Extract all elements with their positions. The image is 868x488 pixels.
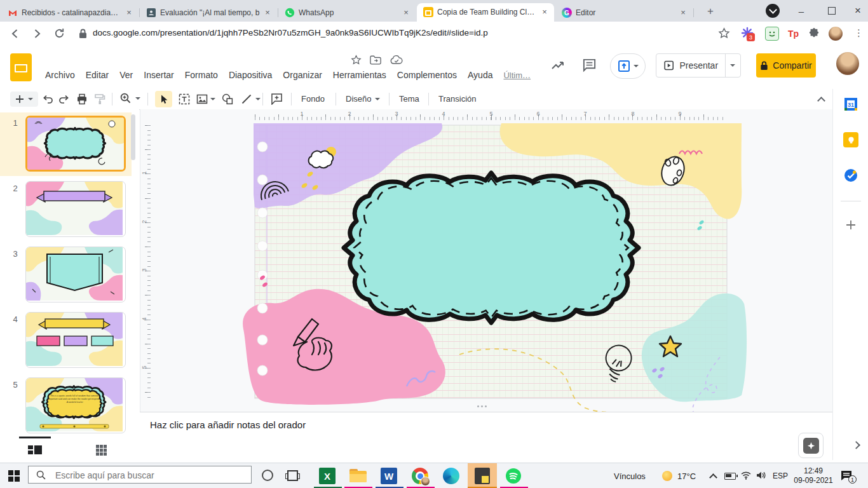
slide-page[interactable] — [148, 118, 833, 412]
menu-complementos[interactable]: Complementos — [397, 69, 458, 81]
menu-organizar[interactable]: Organizar — [282, 69, 322, 81]
activity-stats-icon[interactable] — [550, 58, 566, 73]
tab-close-icon[interactable]: × — [262, 8, 273, 18]
browser-menu-icon[interactable]: ⋮ — [854, 27, 864, 39]
tab-close-icon[interactable]: × — [678, 8, 688, 18]
tab-slides-active[interactable]: Copia de Team Building Class × — [417, 3, 554, 22]
slide-thumbnail-3[interactable] — [25, 247, 126, 302]
insert-line-button[interactable] — [241, 93, 261, 105]
slide-thumbnail-4[interactable] — [25, 312, 126, 368]
cloud-status-icon[interactable] — [390, 55, 403, 65]
back-button[interactable] — [9, 27, 22, 40]
notes-resize-handle[interactable] — [477, 405, 487, 407]
battery-icon[interactable] — [724, 473, 736, 480]
volume-icon[interactable] — [756, 471, 766, 480]
last-edit-link[interactable]: Últim… — [503, 69, 531, 81]
present-dropdown[interactable] — [726, 64, 740, 67]
tab-evaluacion[interactable]: Evaluación "¡Al mal tiempo, b × — [140, 4, 277, 22]
transition-button[interactable]: Transición — [438, 94, 476, 104]
extension-bitmoji-icon[interactable] — [765, 27, 779, 41]
present-button[interactable]: Presentar — [656, 53, 741, 78]
browser-avatar[interactable] — [829, 27, 843, 41]
keyboard-language-label[interactable]: ESP — [773, 471, 788, 480]
slides-app-taskbar-button-active[interactable] — [468, 463, 497, 488]
select-tool-button[interactable] — [155, 91, 172, 107]
grid-view-button[interactable] — [96, 445, 107, 456]
get-addons-button[interactable] — [844, 219, 857, 231]
insert-image-button[interactable] — [196, 93, 215, 105]
collapse-toolbar-chevron-icon[interactable] — [817, 97, 825, 105]
temperature-label[interactable]: 17°C — [677, 471, 696, 481]
background-button[interactable]: Fondo — [301, 94, 325, 104]
calendar-icon[interactable]: 31 — [843, 97, 858, 112]
start-button[interactable] — [8, 470, 20, 482]
undo-button[interactable] — [42, 93, 53, 105]
menu-editar[interactable]: Editar — [85, 69, 110, 81]
insert-shape-button[interactable] — [222, 93, 233, 105]
explore-button[interactable] — [798, 433, 824, 458]
notification-center-button[interactable]: 1 — [840, 470, 854, 482]
edge-taskbar-icon[interactable] — [443, 468, 459, 484]
share-button[interactable]: Compartir — [756, 53, 816, 78]
slide-thumbnail-5[interactable]: "This is a quote, words full of wisdom t… — [25, 377, 126, 433]
taskbar-search-box[interactable] — [28, 466, 252, 484]
menu-archivo[interactable]: Archivo — [44, 69, 76, 81]
slides-logo-icon[interactable] — [10, 53, 32, 81]
wifi-icon[interactable] — [741, 471, 751, 480]
tray-expand-chevron-icon[interactable] — [709, 473, 717, 482]
menu-ver[interactable]: Ver — [119, 69, 133, 81]
excel-taskbar-icon[interactable]: X — [319, 468, 336, 484]
lock-icon[interactable] — [79, 29, 87, 39]
new-slide-button[interactable] — [10, 92, 38, 107]
new-tab-button[interactable]: + — [703, 5, 718, 18]
tasks-icon[interactable] — [843, 168, 858, 183]
cortana-button[interactable] — [262, 470, 273, 481]
collapse-side-panel-chevron-icon[interactable] — [852, 441, 860, 449]
text-box-button[interactable] — [179, 93, 190, 105]
links-toolbar-label[interactable]: Vínculos — [614, 471, 646, 481]
menu-formato[interactable]: Formato — [184, 69, 219, 81]
comment-history-icon[interactable] — [582, 58, 597, 72]
url-field[interactable]: docs.google.com/presentation/d/1jqhh7PeS… — [93, 28, 690, 37]
menu-diapositiva[interactable]: Diapositiva — [228, 69, 273, 81]
browser-profile-chip[interactable] — [766, 4, 780, 18]
spotify-taskbar-icon[interactable] — [505, 468, 522, 484]
task-view-button[interactable] — [287, 470, 298, 481]
extension-tp-icon[interactable]: Tp — [788, 29, 799, 39]
tab-gmail[interactable]: Recibidos - catalinapazdiaz@ × — [1, 4, 139, 22]
chrome-taskbar-icon[interactable] — [412, 468, 428, 484]
paint-format-button[interactable] — [94, 93, 105, 105]
theme-button[interactable]: Tema — [399, 94, 419, 104]
reload-button[interactable] — [53, 27, 65, 39]
account-avatar[interactable] — [836, 52, 859, 75]
slide-canvas[interactable]: 1 2 3 4 5 6 7 8 9 1 2 3 4 5 — [140, 109, 833, 412]
slide-thumbnail-1[interactable] — [25, 116, 126, 172]
tab-close-icon[interactable]: × — [539, 7, 550, 17]
bookmark-star-icon[interactable] — [718, 27, 730, 39]
weather-sun-icon[interactable] — [662, 471, 672, 481]
filmstrip-view-button[interactable] — [28, 445, 42, 456]
window-maximize-button[interactable] — [818, 0, 845, 22]
print-button[interactable] — [76, 93, 88, 105]
panel-scrollbar[interactable] — [131, 114, 135, 160]
redo-button[interactable] — [58, 93, 70, 105]
tab-close-icon[interactable]: × — [124, 8, 134, 18]
window-close-button[interactable]: × — [848, 0, 868, 22]
search-input[interactable] — [54, 466, 247, 484]
forward-button[interactable] — [31, 27, 43, 40]
extension-starburst-icon[interactable]: 3 — [741, 27, 755, 41]
menu-herramientas[interactable]: Herramientas — [332, 69, 387, 81]
window-minimize-button[interactable]: – — [788, 0, 815, 22]
tab-whatsapp[interactable]: WhatsApp × — [278, 4, 416, 22]
menu-insertar[interactable]: Insertar — [143, 69, 174, 81]
present-to-meeting-button[interactable] — [610, 53, 646, 79]
slide-thumbnail-2[interactable] — [25, 181, 126, 237]
clock[interactable]: 12:49 09-09-2021 — [793, 466, 834, 485]
word-taskbar-icon[interactable]: W — [381, 468, 397, 484]
tab-close-icon[interactable]: × — [401, 8, 411, 18]
file-explorer-taskbar-icon[interactable] — [349, 469, 367, 482]
extensions-puzzle-icon[interactable] — [808, 28, 820, 39]
menu-ayuda[interactable]: Ayuda — [467, 69, 493, 81]
star-document-icon[interactable] — [351, 55, 362, 65]
title-frame-shape[interactable] — [344, 173, 639, 323]
